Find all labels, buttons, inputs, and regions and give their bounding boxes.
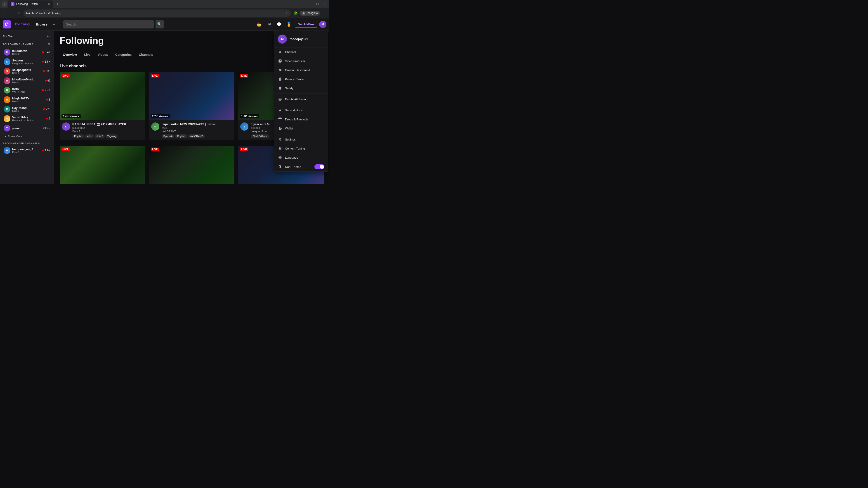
address-bar-row: ← → ↻ twitch.tv/directory/following ☆ 🧩 … <box>0 8 329 18</box>
tag-dota2[interactable]: dota2 <box>95 134 105 138</box>
back-button[interactable]: ← <box>2 10 8 16</box>
stream-card-kukudota2[interactable]: LIVE 3.4K viewers K RANK 44 IN SEA :))) … <box>60 72 145 140</box>
stream-channel-1: kukudota2 <box>72 126 143 129</box>
refresh-button[interactable]: ↻ <box>16 10 23 16</box>
tag-kuku[interactable]: kuku <box>85 134 94 138</box>
tab-close-button[interactable]: × <box>47 2 51 6</box>
channel-item-rayrachel[interactable]: R RayRachel Music 729 <box>1 104 53 114</box>
dropdown-username: moodjoy071 <box>289 37 308 41</box>
whispers-icon[interactable]: 💬 <box>275 20 283 29</box>
thumbnail-bg-r2-1 <box>60 146 145 184</box>
user-avatar[interactable]: M <box>319 21 327 28</box>
tab-categories[interactable]: Categories <box>112 51 135 59</box>
toggle-switch[interactable] <box>314 164 324 169</box>
incognito-label: Incognito <box>307 11 318 15</box>
show-more-button[interactable]: ▾ Show More <box>1 133 53 140</box>
sort-button[interactable]: ⇅ <box>47 42 51 46</box>
tab-channels[interactable]: Channels <box>135 51 156 59</box>
channel-item-sydeon[interactable]: S Sydeon League of Legends 1.8K <box>1 57 53 66</box>
dropdown-item-channel[interactable]: Channel <box>274 47 328 57</box>
channel-item-kukudota2[interactable]: K kukudota2 Dota 2 3.4K <box>1 47 53 57</box>
stream-card-nats[interactable]: LIVE 2.7K viewers N Liquid nAts | NEW !G… <box>149 72 235 140</box>
browser-more-button[interactable]: ⋮ <box>321 10 327 16</box>
channel-item-nats[interactable]: N nAts VALORANT 2.7K <box>1 86 53 95</box>
incognito-button[interactable]: 🕵 Incognito <box>300 11 320 15</box>
tab-live[interactable]: Live <box>81 51 94 59</box>
tab-overview[interactable]: Overview <box>60 51 80 59</box>
prime-icon[interactable]: 👑 <box>255 20 263 29</box>
dropdown-item-safety[interactable]: Safety <box>274 84 328 93</box>
tab-back-nav[interactable]: ‹ <box>2 1 7 7</box>
tag-valorant[interactable]: VALORANT <box>188 134 205 138</box>
browser-actions: 🧩 🕵 Incognito ⋮ <box>292 10 327 16</box>
forward-button[interactable]: → <box>9 10 16 16</box>
maximize-button[interactable]: ▢ <box>315 1 320 7</box>
dropdown-item-settings[interactable]: Settings <box>274 135 328 144</box>
channel-item-mikarosemusic[interactable]: M MikaRoseMusic Music 97 <box>1 76 53 86</box>
twitch-logo[interactable] <box>3 20 11 29</box>
dark-theme-toggle[interactable] <box>314 164 324 169</box>
live-indicator <box>42 89 44 91</box>
tag-blackbrillanc[interactable]: BlackBrillianc <box>251 134 269 138</box>
address-bar[interactable]: twitch.tv/directory/following ☆ <box>24 9 291 17</box>
search-bar[interactable] <box>63 20 154 29</box>
tag-tagalog[interactable]: Tagalog <box>105 134 118 138</box>
tab-videos[interactable]: Videos <box>94 51 111 59</box>
channel-item-betboom[interactable]: B betboom_eng2 Dota 2 2.9K <box>1 146 53 155</box>
dropdown-item-content-tuning[interactable]: Content Tuning <box>274 144 328 153</box>
dropdown-item-language[interactable]: Language › <box>274 153 328 162</box>
dropdown-item-wallet[interactable]: Wallet <box>274 124 328 133</box>
dropdown-item-dark-theme[interactable]: Dark Theme <box>274 162 328 171</box>
dropdown-item-drops-rewards[interactable]: Drops & Rewards <box>274 115 328 124</box>
live-indicator <box>45 80 46 82</box>
rewards-icon[interactable]: 🏅 <box>285 20 293 29</box>
avatar-magic899tv: M <box>4 96 10 103</box>
live-badge-2: LIVE <box>151 74 159 77</box>
thumbnail-bg-1 <box>60 72 145 120</box>
bookmark-icon[interactable]: ☆ <box>285 11 288 15</box>
extensions-icon[interactable]: 🧩 <box>292 10 299 16</box>
avatar-kukudota2: K <box>4 49 10 56</box>
channel-name: betboom_eng2 <box>12 148 40 151</box>
dropdown-item-subscriptions[interactable]: Subscriptions <box>274 106 328 115</box>
channel-name: kukudota2 <box>12 49 40 53</box>
channel-item-yowe[interactable]: Y yowe Offline <box>1 123 53 133</box>
channel-item-magic899tv[interactable]: M Magic899TV Music 3 <box>1 95 53 104</box>
dropdown-item-creator-dashboard[interactable]: Creator Dashboard <box>274 66 328 74</box>
tag-english[interactable]: English <box>72 134 84 138</box>
search-button[interactable]: 🔍 <box>156 20 164 29</box>
search-input[interactable] <box>66 23 151 26</box>
dropdown-item-video-producer[interactable]: Video Producer <box>274 57 328 66</box>
get-ad-free-button[interactable]: Get Ad-Free <box>295 21 317 28</box>
language-chevron: › <box>323 156 324 159</box>
active-tab[interactable]: T Following - Twitch × <box>8 0 53 8</box>
stream-thumbnail-2: LIVE 2.7K viewers <box>149 72 235 120</box>
window-controls: ─ ▢ ✕ <box>307 1 327 7</box>
stream-info-1: K RANK 44 IN SEA :))) #11kMMRPLAYER... k… <box>60 120 145 140</box>
minimize-button[interactable]: ─ <box>307 1 313 7</box>
dropdown-item-privacy-center[interactable]: Privacy Center <box>274 74 328 84</box>
channel-item-vanholiday[interactable]: V VanHoliday Escape from Tarkov 7 <box>1 114 53 123</box>
channel-item-solapsapdota[interactable]: S solapsapdota Dota 2 935 <box>1 66 53 76</box>
channel-name: Sydeon <box>12 59 40 62</box>
close-button[interactable]: ✕ <box>322 1 327 7</box>
stream-card-r2-1[interactable]: LIVE <box>60 146 145 184</box>
stream-game-2: VALORANT <box>162 130 232 133</box>
live-indicator <box>42 51 44 53</box>
dropdown-item-emote-attribution[interactable]: Emote Attribution <box>274 95 328 104</box>
tag-russian[interactable]: Русский <box>162 134 175 138</box>
nav-browse[interactable]: Browse <box>34 21 50 28</box>
new-tab-button[interactable]: + <box>54 1 61 7</box>
tag-english[interactable]: English <box>175 134 187 138</box>
live-indicator <box>46 99 48 101</box>
channel-viewers: 935 <box>43 70 51 73</box>
sidebar-collapse-button[interactable]: ⇤ <box>46 33 51 39</box>
nav-more-button[interactable]: ⋯ <box>52 21 58 28</box>
tab-title: Following - Twitch <box>16 2 45 6</box>
followed-channels-header: FOLLOWED CHANNELS ⇅ <box>0 40 54 47</box>
stream-tags-2: Русский English VALORANT <box>162 134 232 138</box>
nav-following[interactable]: Following <box>13 21 32 28</box>
stream-card-r2-2[interactable]: LIVE <box>149 146 235 184</box>
channel-name: nAts <box>12 87 40 91</box>
notifications-icon[interactable]: ✉ <box>265 20 273 29</box>
